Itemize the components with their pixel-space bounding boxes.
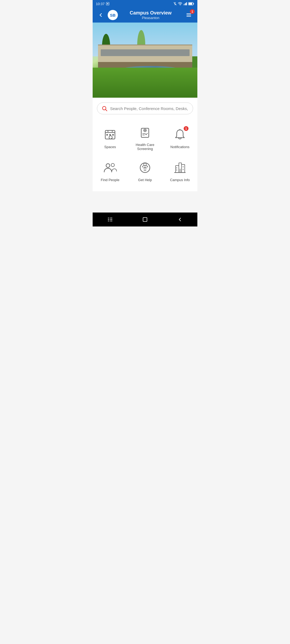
svg-rect-21 <box>112 134 114 136</box>
grid-item-spaces[interactable]: Spaces <box>93 120 128 155</box>
signal-icon <box>183 2 187 6</box>
campus-icon <box>172 160 187 175</box>
health-label: Health Care Screening <box>130 143 160 151</box>
svg-rect-3 <box>183 4 184 5</box>
search-section <box>93 98 197 117</box>
svg-rect-42 <box>176 169 177 171</box>
svg-rect-5 <box>185 3 186 5</box>
svg-point-2 <box>180 5 180 5</box>
grid-item-health-care[interactable]: Health Care Screening <box>128 120 162 155</box>
header-notification-badge: 1 <box>190 9 195 14</box>
get-help-label: Get Help <box>138 178 152 182</box>
campus-pond <box>114 66 187 78</box>
spaces-label: Spaces <box>104 145 116 149</box>
header-left: SB <box>96 10 118 20</box>
menu-button[interactable]: 1 <box>183 10 194 20</box>
svg-rect-4 <box>184 3 185 5</box>
search-input[interactable] <box>110 106 189 111</box>
page-subtitle: Pleasanton <box>118 16 183 20</box>
svg-rect-50 <box>143 218 147 222</box>
back-button[interactable] <box>96 10 106 20</box>
svg-point-31 <box>106 164 110 167</box>
header-title-section: Campus Overview Pleasanton <box>118 10 183 20</box>
svg-rect-9 <box>193 3 194 4</box>
notifications-label: Notifications <box>171 145 190 149</box>
header: SB Campus Overview Pleasanton 1 <box>93 8 197 23</box>
svg-rect-8 <box>189 3 192 5</box>
notification-badge: 1 <box>184 126 189 131</box>
svg-rect-36 <box>176 166 179 173</box>
campus-info-label: Campus Info <box>170 178 190 182</box>
grid-item-campus-info[interactable]: Campus Info <box>162 155 197 186</box>
wifi-icon <box>178 2 182 6</box>
bottom-navigation <box>93 213 197 226</box>
grid-menu: Spaces Health Care Screening 1 <box>93 117 197 191</box>
people-icon <box>103 160 118 175</box>
status-time: 10:37 <box>96 2 105 6</box>
recent-apps-button[interactable] <box>102 214 118 225</box>
svg-rect-43 <box>183 169 184 170</box>
svg-rect-39 <box>179 169 181 173</box>
header-right: 1 <box>183 10 194 20</box>
grid-item-get-help[interactable]: Get Help <box>128 155 162 186</box>
svg-rect-40 <box>176 167 177 169</box>
screenshot-icon <box>106 2 110 6</box>
user-avatar[interactable]: SB <box>108 10 118 20</box>
svg-point-32 <box>111 163 114 167</box>
find-people-label: Find People <box>101 178 119 182</box>
status-icons <box>173 2 194 6</box>
health-icon <box>137 125 153 140</box>
home-button[interactable] <box>137 214 153 225</box>
battery-icon <box>188 2 194 5</box>
svg-rect-37 <box>182 164 185 173</box>
bell-icon: 1 <box>172 127 187 142</box>
help-icon <box>137 160 153 175</box>
svg-rect-20 <box>109 134 111 136</box>
svg-rect-41 <box>183 166 184 167</box>
status-bar: 10:37 <box>93 0 197 8</box>
svg-line-14 <box>106 109 107 111</box>
campus-location-badge: Pleasanton <box>97 73 133 83</box>
campus-image: Pleasanton <box>93 23 197 98</box>
mute-icon <box>173 2 177 6</box>
status-time-section: 10:37 <box>96 2 110 6</box>
spaces-icon <box>103 127 118 142</box>
svg-point-1 <box>107 3 108 5</box>
system-back-button[interactable] <box>172 214 188 225</box>
svg-rect-19 <box>106 134 108 136</box>
search-bar[interactable] <box>97 103 193 114</box>
search-icon <box>102 105 107 111</box>
grid-item-notifications[interactable]: 1 Notifications <box>162 120 197 155</box>
page-title: Campus Overview <box>118 10 183 16</box>
svg-rect-6 <box>186 2 187 5</box>
grid-item-find-people[interactable]: Find People <box>93 155 128 186</box>
